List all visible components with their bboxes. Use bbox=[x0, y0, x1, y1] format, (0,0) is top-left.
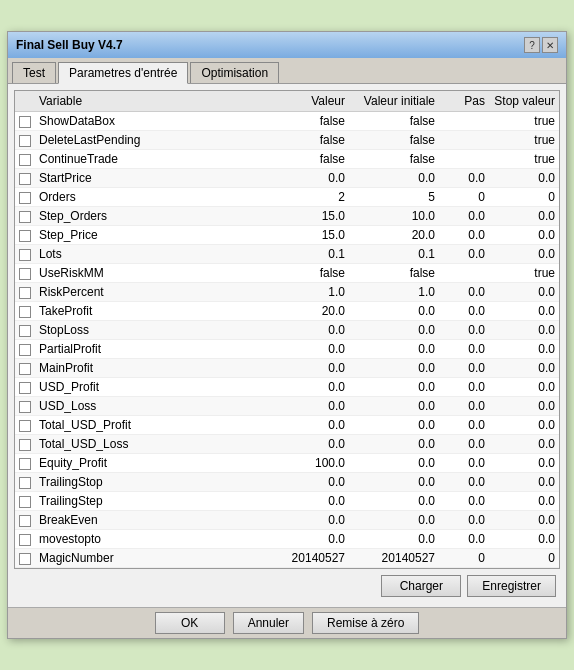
row-pas[interactable]: 0.0 bbox=[439, 207, 489, 226]
row-stop[interactable]: 0.0 bbox=[489, 511, 559, 530]
row-checkbox[interactable] bbox=[19, 382, 31, 394]
row-stop[interactable]: 0.0 bbox=[489, 435, 559, 454]
row-checkbox[interactable] bbox=[19, 496, 31, 508]
row-valeur[interactable]: false bbox=[269, 131, 349, 150]
row-pas[interactable]: 0.0 bbox=[439, 473, 489, 492]
row-stop[interactable]: 0.0 bbox=[489, 169, 559, 188]
row-stop[interactable]: 0.0 bbox=[489, 245, 559, 264]
row-pas[interactable]: 0.0 bbox=[439, 245, 489, 264]
row-checkbox[interactable] bbox=[19, 211, 31, 223]
row-pas[interactable] bbox=[439, 112, 489, 131]
row-stop[interactable]: true bbox=[489, 264, 559, 283]
row-checkbox[interactable] bbox=[19, 249, 31, 261]
row-stop[interactable]: 0 bbox=[489, 549, 559, 568]
row-pas[interactable]: 0.0 bbox=[439, 378, 489, 397]
row-valeur[interactable]: 0.1 bbox=[269, 245, 349, 264]
row-checkbox[interactable] bbox=[19, 173, 31, 185]
row-checkbox[interactable] bbox=[19, 344, 31, 356]
row-pas[interactable]: 0.0 bbox=[439, 340, 489, 359]
row-checkbox[interactable] bbox=[19, 553, 31, 565]
row-valeur-init[interactable]: 0.0 bbox=[349, 321, 439, 340]
row-pas[interactable]: 0.0 bbox=[439, 169, 489, 188]
row-pas[interactable]: 0.0 bbox=[439, 359, 489, 378]
row-checkbox[interactable] bbox=[19, 154, 31, 166]
row-valeur[interactable]: 0.0 bbox=[269, 378, 349, 397]
row-valeur[interactable]: 15.0 bbox=[269, 207, 349, 226]
row-valeur-init[interactable]: 0.0 bbox=[349, 530, 439, 549]
row-checkbox[interactable] bbox=[19, 116, 31, 128]
row-stop[interactable]: 0.0 bbox=[489, 207, 559, 226]
row-stop[interactable]: 0.0 bbox=[489, 473, 559, 492]
row-valeur[interactable]: 0.0 bbox=[269, 340, 349, 359]
row-valeur-init[interactable]: 0.0 bbox=[349, 511, 439, 530]
row-checkbox[interactable] bbox=[19, 135, 31, 147]
row-valeur-init[interactable]: 5 bbox=[349, 188, 439, 207]
row-valeur-init[interactable]: 0.0 bbox=[349, 492, 439, 511]
row-valeur[interactable]: 0.0 bbox=[269, 492, 349, 511]
row-stop[interactable]: 0.0 bbox=[489, 283, 559, 302]
row-pas[interactable]: 0.0 bbox=[439, 397, 489, 416]
row-pas[interactable]: 0.0 bbox=[439, 530, 489, 549]
row-valeur[interactable]: 0.0 bbox=[269, 511, 349, 530]
row-checkbox[interactable] bbox=[19, 458, 31, 470]
row-checkbox[interactable] bbox=[19, 401, 31, 413]
row-stop[interactable]: true bbox=[489, 112, 559, 131]
row-pas[interactable]: 0.0 bbox=[439, 416, 489, 435]
row-pas[interactable]: 0.0 bbox=[439, 283, 489, 302]
row-valeur[interactable]: 0.0 bbox=[269, 321, 349, 340]
row-stop[interactable]: 0.0 bbox=[489, 340, 559, 359]
row-pas[interactable]: 0.0 bbox=[439, 511, 489, 530]
tab-parametres[interactable]: Parametres d'entrée bbox=[58, 62, 188, 84]
row-valeur-init[interactable]: 0.1 bbox=[349, 245, 439, 264]
help-button[interactable]: ? bbox=[524, 37, 540, 53]
row-valeur-init[interactable]: 1.0 bbox=[349, 283, 439, 302]
row-pas[interactable]: 0 bbox=[439, 549, 489, 568]
row-pas[interactable]: 0.0 bbox=[439, 454, 489, 473]
row-checkbox[interactable] bbox=[19, 439, 31, 451]
enregistrer-button[interactable]: Enregistrer bbox=[467, 575, 556, 597]
row-checkbox[interactable] bbox=[19, 325, 31, 337]
row-stop[interactable]: 0 bbox=[489, 188, 559, 207]
row-valeur[interactable]: 1.0 bbox=[269, 283, 349, 302]
row-checkbox[interactable] bbox=[19, 192, 31, 204]
row-stop[interactable]: 0.0 bbox=[489, 321, 559, 340]
row-valeur[interactable]: 2 bbox=[269, 188, 349, 207]
row-pas[interactable] bbox=[439, 131, 489, 150]
ok-button[interactable]: OK bbox=[155, 612, 225, 634]
row-stop[interactable]: 0.0 bbox=[489, 492, 559, 511]
tab-optimisation[interactable]: Optimisation bbox=[190, 62, 279, 83]
row-checkbox[interactable] bbox=[19, 363, 31, 375]
row-checkbox[interactable] bbox=[19, 287, 31, 299]
row-checkbox[interactable] bbox=[19, 534, 31, 546]
row-checkbox[interactable] bbox=[19, 306, 31, 318]
row-valeur-init[interactable]: false bbox=[349, 264, 439, 283]
tab-test[interactable]: Test bbox=[12, 62, 56, 83]
row-valeur[interactable]: 0.0 bbox=[269, 169, 349, 188]
row-valeur-init[interactable]: 0.0 bbox=[349, 340, 439, 359]
row-valeur[interactable]: 0.0 bbox=[269, 473, 349, 492]
row-valeur-init[interactable]: 0.0 bbox=[349, 416, 439, 435]
row-stop[interactable]: 0.0 bbox=[489, 416, 559, 435]
row-valeur-init[interactable]: 0.0 bbox=[349, 435, 439, 454]
annuler-button[interactable]: Annuler bbox=[233, 612, 304, 634]
row-pas[interactable]: 0.0 bbox=[439, 492, 489, 511]
row-pas[interactable]: 0 bbox=[439, 188, 489, 207]
row-stop[interactable]: true bbox=[489, 131, 559, 150]
row-pas[interactable]: 0.0 bbox=[439, 302, 489, 321]
row-valeur[interactable]: false bbox=[269, 264, 349, 283]
row-valeur-init[interactable]: 0.0 bbox=[349, 397, 439, 416]
close-button[interactable]: ✕ bbox=[542, 37, 558, 53]
row-valeur[interactable]: 20140527 bbox=[269, 549, 349, 568]
row-stop[interactable]: 0.0 bbox=[489, 302, 559, 321]
row-valeur-init[interactable]: 10.0 bbox=[349, 207, 439, 226]
row-valeur[interactable]: 15.0 bbox=[269, 226, 349, 245]
row-valeur-init[interactable]: 0.0 bbox=[349, 473, 439, 492]
row-checkbox[interactable] bbox=[19, 477, 31, 489]
row-valeur-init[interactable]: false bbox=[349, 112, 439, 131]
row-valeur-init[interactable]: 0.0 bbox=[349, 169, 439, 188]
row-stop[interactable]: 0.0 bbox=[489, 454, 559, 473]
row-valeur[interactable]: 0.0 bbox=[269, 435, 349, 454]
row-pas[interactable]: 0.0 bbox=[439, 226, 489, 245]
row-valeur-init[interactable]: 20.0 bbox=[349, 226, 439, 245]
row-valeur-init[interactable]: 0.0 bbox=[349, 378, 439, 397]
